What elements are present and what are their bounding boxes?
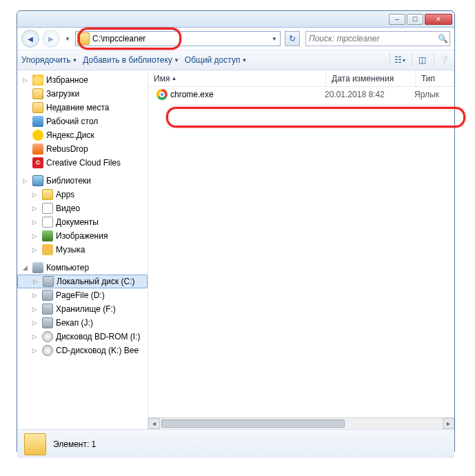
address-bar[interactable]: ▼ (75, 31, 281, 46)
scroll-thumb[interactable] (161, 419, 345, 428)
sidebar-cc[interactable]: ©Creative Cloud Files (17, 156, 148, 170)
col-name[interactable]: Имя ▲ (148, 70, 326, 86)
sidebar-drive-d[interactable]: ▷PageFile (D:) (17, 288, 148, 302)
images-icon (42, 230, 53, 241)
chrome-icon (156, 89, 168, 100)
downloads-icon (32, 88, 43, 99)
organize-button[interactable]: Упорядочить▼ (21, 55, 77, 65)
col-type[interactable]: Тип (416, 70, 454, 86)
cd-icon (42, 345, 53, 356)
column-headers: Имя ▲ Дата изменения Тип (148, 70, 454, 87)
sidebar-drive-j[interactable]: ▷Бекап (J:) (17, 316, 148, 330)
recent-icon (32, 102, 43, 113)
preview-pane-button[interactable]: ◫ (412, 53, 428, 67)
sidebar-apps[interactable]: ▷Apps (17, 188, 148, 201)
sidebar-drive-c[interactable]: ▷Локальный диск (C:) (17, 275, 148, 288)
scroll-right[interactable]: ► (443, 418, 454, 429)
video-icon (42, 203, 53, 214)
sidebar-music[interactable]: ▷Музыка (17, 243, 148, 257)
address-dropdown-icon[interactable]: ▼ (269, 36, 280, 42)
sort-icon: ▲ (171, 75, 176, 81)
file-type: Ярлык (414, 90, 453, 99)
computer-group[interactable]: ◢Компьютер (17, 261, 148, 275)
refresh-button[interactable]: ↻ (285, 31, 300, 46)
scroll-left[interactable]: ◄ (148, 418, 160, 429)
share-button[interactable]: Общий доступ▼ (185, 55, 247, 65)
sidebar-cdrom[interactable]: ▷CD-дисковод (K:) Bee (17, 344, 148, 357)
dvd-icon (42, 331, 53, 342)
file-row[interactable]: chrome.exe 20.01.2018 8:42 Ярлык (148, 87, 454, 102)
folder-icon (77, 32, 90, 45)
file-name: chrome.exe (170, 90, 325, 99)
nav-row: ◄ ► ▼ ▼ ↻ 🔍 (17, 28, 454, 50)
star-icon (32, 75, 43, 86)
toolbar: Упорядочить▼ Добавить в библиотеку▼ Общи… (17, 50, 454, 70)
back-button[interactable]: ◄ (21, 30, 39, 48)
drive-icon (43, 276, 54, 287)
sidebar-video[interactable]: ▷Видео (17, 201, 148, 215)
search-box[interactable]: 🔍 (305, 31, 450, 46)
sidebar: ▷Избранное Загрузки Недавние места Рабоч… (17, 70, 148, 429)
sidebar-documents[interactable]: ▷Документы (17, 215, 148, 229)
sidebar-images[interactable]: ▷Изображения (17, 229, 148, 243)
computer-icon (32, 262, 43, 273)
rebus-icon (32, 143, 43, 155)
favorites-group[interactable]: ▷Избранное (17, 73, 148, 87)
close-button[interactable]: ✕ (425, 14, 452, 25)
content-pane: Имя ▲ Дата изменения Тип chrome.exe 20.0… (148, 70, 454, 429)
sidebar-desktop[interactable]: Рабочий стол (17, 115, 148, 128)
creative-cloud-icon: © (32, 157, 43, 168)
sidebar-rebus[interactable]: RebusDrop (17, 142, 148, 156)
col-date[interactable]: Дата изменения (326, 70, 416, 86)
add-library-button[interactable]: Добавить в библиотеку▼ (83, 55, 179, 65)
status-text: Элемент: 1 (53, 439, 96, 449)
search-icon[interactable]: 🔍 (436, 34, 449, 43)
music-icon (42, 244, 53, 255)
search-input[interactable] (306, 34, 436, 43)
file-date: 20.01.2018 8:42 (325, 90, 414, 99)
sidebar-recent[interactable]: Недавние места (17, 101, 148, 115)
history-dropdown[interactable]: ▼ (63, 30, 72, 48)
sidebar-downloads[interactable]: Загрузки (17, 87, 148, 101)
desktop-icon (32, 116, 43, 127)
forward-button[interactable]: ► (42, 30, 60, 48)
help-button[interactable]: ❔ (434, 53, 450, 67)
documents-icon (42, 217, 53, 228)
minimize-button[interactable]: ─ (389, 14, 405, 25)
titlebar: ─ ☐ ✕ (17, 11, 454, 28)
address-input[interactable] (91, 32, 269, 45)
status-bar: Элемент: 1 (17, 429, 454, 458)
explorer-window: ─ ☐ ✕ ◄ ► ▼ ▼ ↻ 🔍 Упорядочить▼ Добавить … (17, 10, 455, 452)
drive-icon (42, 317, 53, 328)
maximize-button[interactable]: ☐ (407, 14, 423, 25)
folder-icon (24, 433, 46, 455)
view-options-button[interactable]: ☷ ▼ (390, 53, 406, 67)
yandex-icon (32, 130, 43, 141)
drive-icon (42, 290, 53, 301)
sidebar-drive-f[interactable]: ▷Хранилище (F:) (17, 302, 148, 316)
horizontal-scrollbar[interactable]: ◄ ► (148, 417, 454, 429)
sidebar-yandex[interactable]: Яндекс.Диск (17, 128, 148, 142)
libraries-group[interactable]: ▷Библиотеки (17, 174, 148, 188)
apps-icon (42, 189, 53, 200)
sidebar-bdrom[interactable]: ▷Дисковод BD-ROM (I:) (17, 330, 148, 344)
drive-icon (42, 304, 53, 315)
libraries-icon (32, 175, 43, 186)
